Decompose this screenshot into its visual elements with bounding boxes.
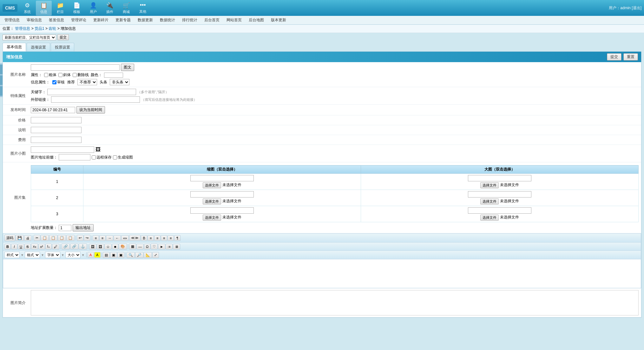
gallery-thumb-2-input[interactable]	[190, 191, 254, 198]
image-name-input[interactable]	[31, 64, 120, 71]
nav-system[interactable]: ⚙ 系统	[19, 1, 35, 16]
toolbar-anchor[interactable]: ⚓	[79, 243, 87, 250]
toolbar-strikethrough[interactable]: S	[24, 244, 31, 250]
toolbar-font-bgcolor[interactable]: A	[94, 252, 101, 258]
refresh-select[interactable]: 刷新当前栏目、父栏目与首页 刷新当前栏目	[3, 35, 56, 40]
tab-basic-info[interactable]: 基本信息	[3, 43, 26, 51]
nav-rank-stats[interactable]: 排行统计	[179, 16, 200, 24]
toolbar-print[interactable]: 🖨	[24, 235, 31, 241]
keyword-input[interactable]	[47, 89, 136, 95]
nav-data-update[interactable]: 数据更新	[135, 16, 156, 24]
toolbar-flash[interactable]: 🖼	[97, 244, 104, 250]
output-addr-button[interactable]: 输出地址	[73, 224, 94, 231]
attr-color-input[interactable]	[104, 73, 123, 78]
toolbar-link[interactable]: 🔗	[62, 243, 70, 250]
toolbar-paste-word[interactable]: 📋	[66, 235, 75, 241]
toolbar-size-select[interactable]: 大小	[65, 252, 81, 258]
toolbar-ordered-list[interactable]: ≡	[93, 235, 99, 241]
nav-manage-info[interactable]: 管理信息	[1, 16, 23, 24]
toolbar-pencil[interactable]: 🖊	[52, 244, 59, 250]
toolbar-doc[interactable]: ▣	[110, 252, 117, 258]
info-attr-headline-select[interactable]: 非头条 头条	[110, 79, 129, 85]
left-panel-item-1[interactable]	[0, 65, 3, 74]
toolbar-undo[interactable]: ↩	[77, 235, 83, 241]
toolbar-zoom-in[interactable]: 🔍	[127, 252, 135, 258]
toolbar-redo[interactable]: ↪	[84, 235, 90, 241]
toolbar-smiley[interactable]: ☺	[104, 244, 112, 250]
toolbar-outdent[interactable]: ←	[114, 235, 121, 241]
header-submit-button[interactable]: 提交	[607, 53, 621, 61]
toolbar-subscript[interactable]: x₂	[31, 243, 38, 250]
settime-button[interactable]: 设为当前时间	[76, 106, 105, 113]
nav-sign-info[interactable]: 签发信息	[46, 16, 67, 24]
nav-data-stats[interactable]: 数据统计	[157, 16, 178, 24]
toolbar-zoom-out[interactable]: 🔎	[135, 252, 143, 258]
nav-update-special[interactable]: 更新专题	[112, 16, 134, 24]
gallery-large-3-input[interactable]	[468, 207, 531, 214]
refresh-submit-button[interactable]: 提交	[57, 34, 69, 40]
gallery-large-3-choose[interactable]: 选择文件	[480, 215, 499, 221]
toolbar-copy[interactable]: 📋	[41, 235, 49, 241]
toolbar-unlink[interactable]: 🔗	[70, 243, 78, 250]
left-panel-item-2[interactable]	[0, 75, 3, 85]
browse-icon[interactable]: 🖼	[95, 147, 101, 152]
toolbar-play[interactable]: ►	[158, 244, 165, 250]
publish-time-input[interactable]	[31, 107, 75, 113]
toolbar-font-color[interactable]: A	[88, 252, 94, 258]
toolbar-bold[interactable]: B	[4, 244, 11, 250]
img-prefix-input[interactable]	[59, 154, 90, 160]
toolbar-hr[interactable]: —	[136, 244, 144, 250]
nav-backend-home[interactable]: 后台首页	[201, 16, 223, 24]
toolbar-align-left[interactable]: ≡	[148, 235, 154, 241]
toolbar-blockquote[interactable]: «»	[121, 235, 129, 241]
toolbar-div[interactable]: ≪≫	[129, 235, 141, 241]
nav-version-update[interactable]: 版本更新	[268, 16, 289, 24]
gallery-large-2-choose[interactable]: 选择文件	[480, 198, 499, 204]
gallery-thumb-3-input[interactable]	[190, 207, 254, 214]
info-attr-recommend-select[interactable]: 不推荐 推荐	[77, 79, 97, 85]
attr-italic-checkbox[interactable]	[58, 73, 62, 77]
fee-input[interactable]	[31, 137, 82, 143]
toolbar-template[interactable]: B	[141, 235, 147, 241]
nav-update-snippets[interactable]: 更新碎片	[90, 16, 112, 24]
toolbar-iframe[interactable]: ♡	[151, 243, 158, 250]
toolbar-show-blocks[interactable]: :≡	[166, 244, 172, 250]
toolbar-underline[interactable]: U	[18, 244, 24, 250]
editor-body[interactable]	[3, 259, 641, 288]
gallery-large-1-choose[interactable]: 选择文件	[480, 182, 499, 188]
attr-strikethrough-checkbox[interactable]	[73, 73, 77, 77]
toolbar-align-center[interactable]: ≡	[154, 235, 161, 241]
toolbar-align-right[interactable]: ≡	[161, 235, 167, 241]
toolbar-style-select[interactable]: 样式	[4, 252, 20, 258]
toolbar-doc2[interactable]: ▣	[117, 252, 124, 258]
toolbar-bgcolor[interactable]: 🎨	[119, 243, 127, 250]
image-desc-area[interactable]	[31, 290, 639, 315]
tab-vote[interactable]: 投票设置	[51, 43, 74, 51]
gallery-thumb-3-choose[interactable]: 选择文件	[203, 215, 221, 221]
image-thumb-input[interactable]	[31, 146, 94, 153]
external-link-input[interactable]	[51, 96, 140, 103]
breadcrumb-product1[interactable]: 货品1	[35, 26, 44, 31]
toolbar-italic[interactable]: I	[11, 244, 17, 250]
toolbar-fit[interactable]: 📐	[144, 252, 152, 258]
nav-plugins[interactable]: 🔌 插件	[102, 1, 118, 16]
toolbar-source[interactable]: 源码	[4, 235, 15, 241]
tuwu-button[interactable]: 图文	[121, 64, 134, 71]
toolbar-paste-plain[interactable]: 📋	[58, 235, 66, 241]
toolbar-table[interactable]: ▦	[129, 243, 136, 250]
toolbar-superscript[interactable]: x²	[38, 244, 45, 250]
nav-review-info[interactable]: 审核信息	[23, 16, 45, 24]
nav-shop[interactable]: 🛒 商城	[118, 1, 134, 16]
price-input[interactable]	[31, 117, 82, 123]
gen-thumb-checkbox[interactable]	[113, 155, 117, 159]
breadcrumb-manage-info[interactable]: 管理信息	[15, 26, 30, 31]
toolbar-font-select[interactable]: 字体	[45, 252, 60, 258]
toolbar-unordered-list[interactable]: ≡	[99, 235, 106, 241]
toolbar-preview[interactable]: ▤	[103, 252, 110, 258]
toolbar-align-justify[interactable]: ≡	[168, 235, 174, 241]
toolbar-special-char[interactable]: Ω	[144, 244, 150, 250]
nav-site-home[interactable]: 网站首页	[223, 16, 245, 24]
gallery-thumb-1-choose[interactable]: 选择文件	[203, 182, 221, 188]
info-attr-review-checkbox[interactable]	[52, 80, 56, 84]
nav-info[interactable]: 📋 信息	[36, 1, 52, 16]
